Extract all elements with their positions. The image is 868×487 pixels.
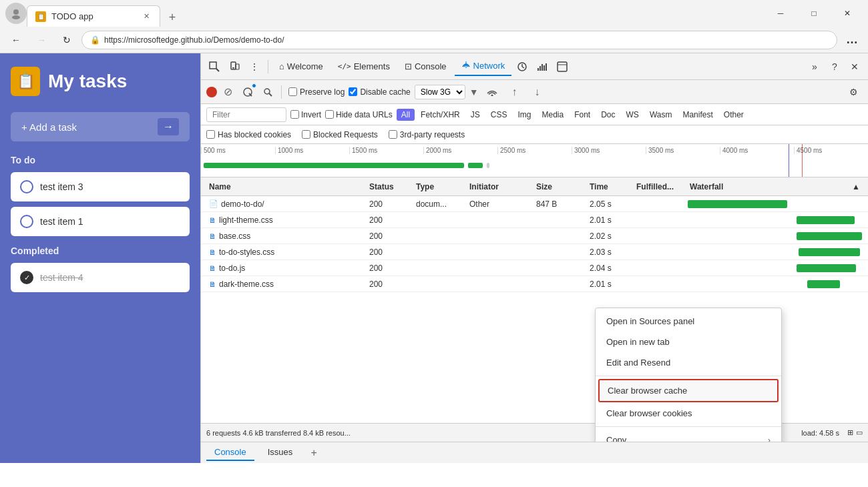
filter-js-button[interactable]: JS — [466, 109, 485, 121]
tab-favicon: 📋 — [35, 11, 46, 22]
bottom-tab-issues[interactable]: Issues — [260, 444, 301, 461]
refresh-button[interactable]: ↻ — [56, 29, 77, 51]
import-button[interactable]: ↑ — [505, 83, 524, 101]
task-item-3[interactable]: test item 3 — [11, 172, 190, 201]
th-name[interactable]: Name — [204, 182, 364, 191]
tab-elements[interactable]: </> Elements — [331, 57, 397, 76]
filter-manifest-button[interactable]: Manifest — [678, 109, 717, 121]
disable-cache-checkbox[interactable] — [349, 87, 357, 96]
tab-welcome[interactable]: ⌂ Welcome — [272, 57, 330, 76]
more-tools-button[interactable]: ⋮ — [245, 57, 264, 76]
back-button[interactable]: ← — [5, 29, 27, 51]
th-size[interactable]: Size — [531, 182, 584, 191]
network-settings-button[interactable]: ⚙ — [844, 83, 863, 101]
ctx-copy[interactable]: Copy › — [596, 430, 781, 442]
ctx-edit-resend[interactable]: Edit and Resend — [596, 352, 781, 373]
tab-console[interactable]: ⊡ Console — [398, 57, 453, 76]
application-button[interactable] — [553, 57, 572, 76]
minimize-button[interactable]: ─ — [765, 3, 796, 24]
third-party-label[interactable]: 3rd-party requests — [389, 130, 465, 139]
performance-insights-button[interactable] — [513, 57, 531, 76]
th-initiator[interactable]: Initiator — [464, 182, 531, 191]
close-devtools-button[interactable]: ✕ — [845, 57, 864, 76]
screenshot-icon[interactable]: ⊞ — [847, 428, 853, 437]
th-status[interactable]: Status — [364, 182, 411, 191]
browser-chrome: 📋 TODO app ✕ + ─ □ ✕ ← → ↻ 🔒 https://mic… — [0, 0, 868, 53]
th-waterfall[interactable]: Waterfall ▲ — [684, 182, 865, 191]
profile-icon[interactable] — [5, 3, 27, 24]
preserve-log-label[interactable]: Preserve log — [288, 87, 345, 97]
preserve-log-checkbox[interactable] — [288, 87, 297, 96]
throttle-select[interactable]: Slow 3G — [415, 85, 465, 99]
filter-all-button[interactable]: All — [397, 109, 415, 121]
clear-button[interactable]: ⊘ — [221, 85, 234, 99]
filter-img-button[interactable]: Img — [513, 109, 535, 121]
table-row[interactable]: 🗎 light-theme.css 200 2.01 s — [201, 212, 868, 228]
task-item-1[interactable]: test item 1 — [11, 207, 190, 236]
browser-tab-active[interactable]: 📋 TODO app ✕ — [27, 5, 160, 27]
table-row[interactable]: 🗎 dark-theme.css 200 2.01 s — [201, 276, 868, 292]
blocked-requests-checkbox[interactable] — [302, 130, 310, 139]
filter-ws-button[interactable]: WS — [622, 109, 644, 121]
browser-more-button[interactable]: … — [841, 29, 863, 51]
add-task-button[interactable]: + Add a task → — [11, 112, 190, 141]
ctx-clear-cookies[interactable]: Clear browser cookies — [596, 403, 781, 424]
performance-button[interactable] — [533, 57, 552, 76]
online-icon-button[interactable] — [483, 83, 501, 101]
inspect-element-button[interactable] — [205, 57, 224, 76]
table-row[interactable]: 🗎 base.css 200 2.02 s — [201, 228, 868, 244]
more-options-button[interactable]: » — [805, 57, 824, 76]
address-input[interactable]: 🔒 https://microsoftedge.github.io/Demos/… — [81, 31, 837, 49]
help-button[interactable]: ? — [825, 57, 844, 76]
filter-doc-button[interactable]: Doc — [596, 109, 620, 121]
filter-fetch-button[interactable]: Fetch/XHR — [416, 109, 465, 121]
ctx-open-new-tab[interactable]: Open in new tab — [596, 332, 781, 352]
filter-media-button[interactable]: Media — [537, 109, 568, 121]
task-checkbox-3[interactable] — [20, 180, 33, 193]
task-checkbox-1[interactable] — [20, 215, 33, 228]
hide-data-urls-checkbox[interactable] — [325, 110, 334, 119]
has-blocked-cookies-checkbox[interactable] — [206, 130, 215, 139]
task-item-4[interactable]: ✓ test item 4 — [11, 263, 190, 292]
close-button[interactable]: ✕ — [832, 3, 863, 24]
task-checkbox-4[interactable]: ✓ — [20, 271, 33, 284]
add-tab-button[interactable]: + — [306, 445, 322, 461]
filter-network-button[interactable] — [238, 83, 257, 101]
ctx-clear-cache[interactable]: Clear browser cache — [598, 379, 779, 402]
table-row[interactable]: 🗎 to-do-styles.css 200 2.03 s — [201, 244, 868, 260]
has-blocked-cookies-label[interactable]: Has blocked cookies — [206, 130, 291, 139]
bottom-tab-console[interactable]: Console — [206, 444, 254, 461]
invert-label[interactable]: Invert — [290, 110, 321, 119]
filter-font-button[interactable]: Font — [570, 109, 595, 121]
filter-wasm-button[interactable]: Wasm — [645, 109, 677, 121]
invert-checkbox[interactable] — [290, 110, 299, 119]
th-fulfilled[interactable]: Fulfilled... — [631, 182, 684, 191]
filter-css-button[interactable]: CSS — [486, 109, 512, 121]
search-button[interactable] — [261, 85, 274, 99]
css-icon2: 🗎 — [209, 232, 216, 240]
filmstrip-icon[interactable]: ▭ — [856, 428, 863, 437]
filter-other-button[interactable]: Other — [719, 109, 748, 121]
tab-network[interactable]: Network — [455, 57, 512, 76]
device-emulation-button[interactable] — [225, 57, 244, 76]
svg-rect-15 — [546, 63, 547, 71]
forward-button[interactable]: → — [31, 29, 52, 51]
th-time[interactable]: Time — [584, 182, 631, 191]
table-row[interactable]: 🗎 to-do.js 200 2.04 s — [201, 260, 868, 276]
th-type[interactable]: Type — [411, 182, 464, 191]
record-button[interactable] — [206, 87, 217, 97]
export-button[interactable]: ↓ — [528, 83, 547, 101]
table-row[interactable]: 📄 demo-to-do/ 200 docum... Other 847 B 2… — [201, 196, 868, 212]
disable-cache-label[interactable]: Disable cache — [349, 87, 410, 97]
third-party-checkbox[interactable] — [389, 130, 397, 139]
filter-input[interactable] — [206, 107, 286, 122]
maximize-button[interactable]: □ — [799, 3, 829, 24]
console-icon: ⊡ — [405, 61, 412, 71]
new-tab-button[interactable]: + — [163, 8, 182, 27]
blocked-requests-label[interactable]: Blocked Requests — [302, 130, 378, 139]
ctx-open-sources[interactable]: Open in Sources panel — [596, 311, 781, 332]
tab-close-button[interactable]: ✕ — [141, 11, 152, 22]
tab-bar: 📋 TODO app ✕ + — [27, 0, 765, 27]
address-bar: ← → ↻ 🔒 https://microsoftedge.github.io/… — [0, 27, 868, 53]
hide-data-urls-label[interactable]: Hide data URLs — [325, 110, 393, 119]
